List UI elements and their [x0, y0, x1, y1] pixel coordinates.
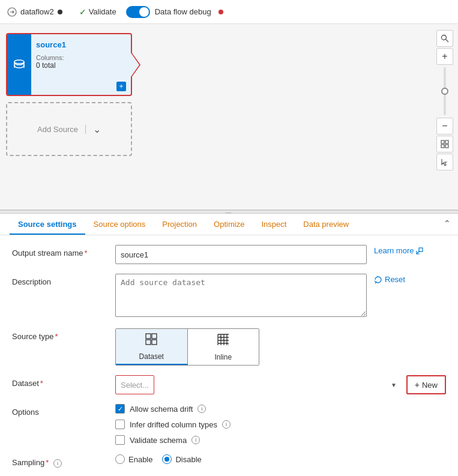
dataset-select[interactable]: Select... [115, 375, 154, 394]
tabs-bar: Source settings Source options Projectio… [0, 214, 458, 235]
fit-view-button[interactable] [436, 136, 453, 152]
dataset-row-container: Dataset* Select... ▼ + New [12, 375, 446, 394]
tab-source-options[interactable]: Source options [85, 214, 154, 235]
description-row-right: Reset [374, 274, 446, 284]
validate-button[interactable]: ✓ Validate [79, 7, 116, 17]
new-btn-plus-icon: + [415, 380, 420, 390]
svg-rect-12 [152, 334, 157, 339]
sampling-disable-radio[interactable] [162, 454, 172, 464]
source-node[interactable]: source1 Columns: 0 total + [6, 33, 132, 96]
debug-toggle[interactable] [126, 6, 150, 18]
source-node-icon-col [7, 34, 31, 95]
fit-view-icon [441, 140, 449, 148]
panel-collapse-button[interactable]: ⌃ [444, 218, 451, 228]
description-textarea[interactable] [115, 274, 367, 317]
checkbox-check-icon: ✓ [118, 405, 123, 413]
source-node-arrow [131, 53, 139, 77]
toggle-knob [139, 7, 149, 17]
form-row-right: Learn more [374, 245, 446, 255]
sampling-label: Sampling* i [12, 454, 108, 468]
zoom-in-button[interactable]: + [436, 48, 453, 65]
sampling-enable-radio[interactable] [115, 454, 125, 464]
required-star: * [85, 249, 88, 258]
tab-projection[interactable]: Projection [154, 214, 205, 235]
options-control: ✓ Allow schema drift i Infer drifted col… [115, 404, 446, 445]
options-label: Options [12, 404, 108, 417]
tab-source-settings[interactable]: Source settings [10, 214, 85, 235]
add-source-inner: Add Source ⌄ [37, 124, 101, 135]
top-bar: dataflow2 ✓ Validate Data flow debug [0, 0, 458, 24]
radio-inner-selected [164, 457, 169, 462]
svg-rect-9 [445, 145, 448, 148]
validate-schema-info-icon[interactable]: i [191, 436, 200, 444]
validate-schema-row: Validate schema i [115, 435, 446, 445]
source-node-cols-label: Columns: [36, 54, 126, 61]
new-dataset-button[interactable]: + New [406, 375, 446, 394]
svg-rect-11 [146, 334, 151, 339]
output-stream-input[interactable] [115, 245, 367, 264]
svg-rect-8 [441, 145, 444, 148]
add-source-label: Add Source [37, 125, 86, 134]
add-source-node[interactable]: Add Source ⌄ [6, 102, 132, 156]
canvas-area: source1 Columns: 0 total + Add Source ⌄ … [0, 24, 458, 210]
sampling-disable-item: Disable [162, 454, 201, 464]
add-source-chevron-icon: ⌄ [86, 124, 101, 135]
source-type-inline-button[interactable]: Inline [188, 329, 259, 365]
search-button[interactable] [436, 30, 453, 47]
zoom-slider-track[interactable] [444, 67, 446, 115]
output-stream-control [115, 245, 367, 264]
new-btn-label: New [422, 381, 438, 390]
debug-toggle-section: Data flow debug [126, 6, 223, 18]
select-tool-button[interactable] [436, 154, 453, 170]
source-type-row: Source type* Dataset [12, 328, 446, 366]
infer-drifted-info-icon[interactable]: i [222, 420, 231, 429]
external-link-icon [416, 247, 423, 255]
zoom-controls: + − [436, 30, 453, 170]
select-chevron-icon: ▼ [391, 382, 397, 388]
description-control [115, 274, 367, 319]
tab-optimize[interactable]: Optimize [205, 214, 253, 235]
tab-inspect[interactable]: Inspect [253, 214, 295, 235]
description-label: Description [12, 274, 108, 286]
validate-schema-label: Validate schema [130, 436, 187, 445]
infer-drifted-checkbox[interactable] [115, 420, 125, 429]
debug-label: Data flow debug [155, 7, 211, 16]
dataset-icon [145, 333, 158, 349]
reset-button[interactable]: Reset [374, 275, 446, 284]
validate-schema-checkbox[interactable] [115, 435, 125, 445]
select-tool-icon [441, 158, 449, 166]
sampling-disable-label: Disable [175, 455, 201, 464]
svg-rect-13 [146, 340, 151, 345]
search-icon [441, 34, 449, 43]
output-stream-label: Output stream name* [12, 245, 108, 258]
source-node-title: source1 [36, 40, 126, 49]
infer-drifted-label: Infer drifted column types [130, 420, 217, 429]
source-node-add-button[interactable]: + [116, 82, 126, 91]
options-col: ✓ Allow schema drift i Infer drifted col… [115, 404, 446, 445]
sampling-enable-label: Enable [128, 455, 152, 464]
source-type-label: Source type* [12, 328, 108, 341]
source-node-db-icon [13, 58, 26, 71]
options-row: Options ✓ Allow schema drift i Infer dri [12, 404, 446, 445]
unsaved-indicator [58, 10, 62, 14]
sampling-control: Enable Disable [115, 454, 446, 464]
svg-rect-7 [445, 140, 448, 143]
learn-more-link[interactable]: Learn more [374, 246, 446, 255]
description-row: Description Reset [12, 274, 446, 319]
dataset-grid-icon [145, 333, 158, 346]
allow-schema-drift-label: Allow schema drift [130, 405, 193, 414]
sampling-row: Sampling* i Enable Disable [12, 454, 446, 468]
svg-point-4 [442, 35, 447, 40]
inline-icon [217, 333, 230, 349]
svg-line-5 [446, 40, 449, 43]
sampling-enable-item: Enable [115, 454, 152, 464]
dataset-control: Select... ▼ + New [115, 375, 446, 394]
allow-schema-drift-info-icon[interactable]: i [197, 405, 206, 413]
allow-schema-drift-checkbox[interactable]: ✓ [115, 404, 125, 414]
zoom-out-button[interactable]: − [436, 118, 453, 134]
sampling-info-icon[interactable]: i [53, 459, 62, 468]
tab-data-preview[interactable]: Data preview [295, 214, 357, 235]
source-type-dataset-button[interactable]: Dataset [116, 329, 188, 365]
infer-drifted-row: Infer drifted column types i [115, 420, 446, 429]
svg-rect-6 [441, 140, 444, 143]
